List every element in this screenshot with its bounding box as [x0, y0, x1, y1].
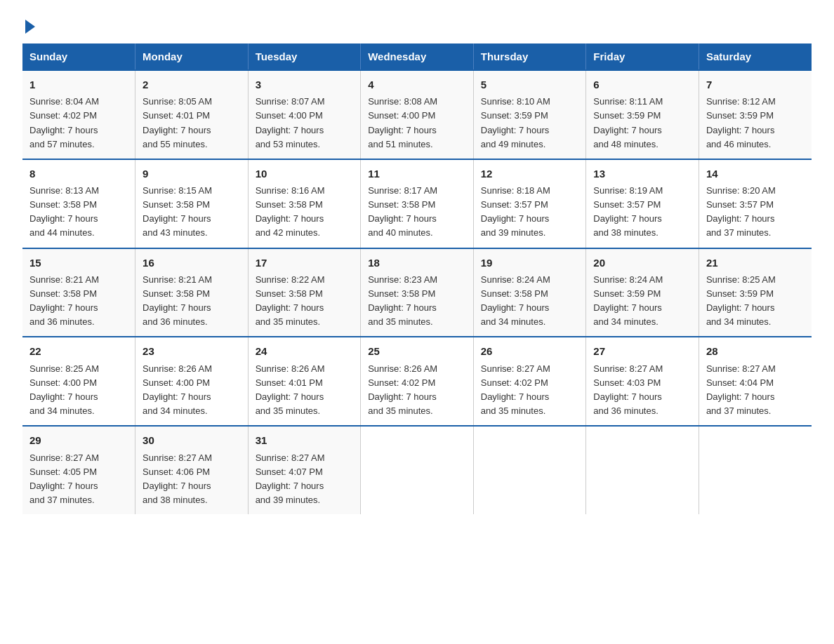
day-info: Sunrise: 8:13 AMSunset: 3:58 PMDaylight:… [29, 184, 128, 241]
day-info: Sunrise: 8:25 AMSunset: 3:59 PMDaylight:… [706, 273, 805, 330]
calendar-cell: 6Sunrise: 8:11 AMSunset: 3:59 PMDaylight… [586, 70, 699, 159]
day-number: 22 [29, 343, 128, 359]
day-info: Sunrise: 8:21 AMSunset: 3:58 PMDaylight:… [143, 273, 241, 330]
day-number: 9 [143, 166, 241, 182]
day-number: 20 [593, 255, 691, 271]
page-header [22, 17, 812, 31]
calendar-cell: 5Sunrise: 8:10 AMSunset: 3:59 PMDaylight… [473, 70, 586, 159]
weekday-header-wednesday: Wednesday [361, 43, 474, 70]
calendar-cell: 19Sunrise: 8:24 AMSunset: 3:58 PMDayligh… [473, 248, 586, 337]
day-number: 11 [368, 166, 466, 182]
calendar-cell: 14Sunrise: 8:20 AMSunset: 3:57 PMDayligh… [699, 159, 812, 248]
day-number: 28 [706, 343, 805, 359]
day-info: Sunrise: 8:26 AMSunset: 4:00 PMDaylight:… [143, 362, 241, 419]
calendar-cell: 22Sunrise: 8:25 AMSunset: 4:00 PMDayligh… [22, 337, 135, 426]
calendar-week-row: 8Sunrise: 8:13 AMSunset: 3:58 PMDaylight… [22, 159, 812, 248]
logo [22, 17, 35, 31]
calendar-cell: 24Sunrise: 8:26 AMSunset: 4:01 PMDayligh… [248, 337, 361, 426]
day-number: 18 [368, 255, 466, 271]
day-number: 10 [256, 166, 354, 182]
calendar-cell [361, 426, 474, 514]
calendar-cell: 2Sunrise: 8:05 AMSunset: 4:01 PMDaylight… [135, 70, 249, 159]
day-info: Sunrise: 8:27 AMSunset: 4:04 PMDaylight:… [706, 362, 805, 419]
day-info: Sunrise: 8:24 AMSunset: 3:59 PMDaylight:… [593, 273, 691, 330]
day-number: 25 [368, 343, 466, 359]
day-info: Sunrise: 8:19 AMSunset: 3:57 PMDaylight:… [593, 184, 691, 241]
calendar-cell: 4Sunrise: 8:08 AMSunset: 4:00 PMDaylight… [361, 70, 474, 159]
day-info: Sunrise: 8:26 AMSunset: 4:02 PMDaylight:… [368, 362, 466, 419]
calendar-cell: 18Sunrise: 8:23 AMSunset: 3:58 PMDayligh… [361, 248, 474, 337]
day-number: 30 [143, 432, 241, 448]
calendar-cell: 10Sunrise: 8:16 AMSunset: 3:58 PMDayligh… [248, 159, 361, 248]
calendar-cell [586, 426, 699, 514]
day-info: Sunrise: 8:20 AMSunset: 3:57 PMDaylight:… [706, 184, 805, 241]
calendar-cell: 21Sunrise: 8:25 AMSunset: 3:59 PMDayligh… [699, 248, 812, 337]
day-info: Sunrise: 8:15 AMSunset: 3:58 PMDaylight:… [143, 184, 241, 241]
calendar-cell: 16Sunrise: 8:21 AMSunset: 3:58 PMDayligh… [135, 248, 249, 337]
day-number: 12 [481, 166, 579, 182]
day-number: 19 [481, 255, 579, 271]
day-number: 3 [256, 76, 354, 93]
day-number: 26 [481, 343, 579, 359]
day-info: Sunrise: 8:16 AMSunset: 3:58 PMDaylight:… [256, 184, 354, 241]
calendar-cell: 13Sunrise: 8:19 AMSunset: 3:57 PMDayligh… [586, 159, 699, 248]
calendar-week-row: 1Sunrise: 8:04 AMSunset: 4:02 PMDaylight… [22, 70, 812, 159]
calendar-week-row: 22Sunrise: 8:25 AMSunset: 4:00 PMDayligh… [22, 337, 812, 426]
calendar-table: SundayMondayTuesdayWednesdayThursdayFrid… [22, 43, 812, 514]
day-number: 15 [29, 255, 128, 271]
day-info: Sunrise: 8:17 AMSunset: 3:58 PMDaylight:… [368, 184, 466, 241]
day-number: 2 [143, 76, 241, 93]
day-info: Sunrise: 8:23 AMSunset: 3:58 PMDaylight:… [368, 273, 466, 330]
day-info: Sunrise: 8:22 AMSunset: 3:58 PMDaylight:… [256, 273, 354, 330]
day-number: 31 [256, 432, 354, 448]
day-number: 21 [706, 255, 805, 271]
calendar-cell: 12Sunrise: 8:18 AMSunset: 3:57 PMDayligh… [473, 159, 586, 248]
day-number: 24 [256, 343, 354, 359]
day-info: Sunrise: 8:08 AMSunset: 4:00 PMDaylight:… [368, 95, 466, 152]
day-number: 6 [593, 76, 691, 93]
day-number: 7 [706, 76, 805, 93]
day-info: Sunrise: 8:18 AMSunset: 3:57 PMDaylight:… [481, 184, 579, 241]
calendar-cell: 17Sunrise: 8:22 AMSunset: 3:58 PMDayligh… [248, 248, 361, 337]
day-info: Sunrise: 8:27 AMSunset: 4:05 PMDaylight:… [29, 451, 128, 508]
weekday-header-monday: Monday [135, 43, 249, 70]
day-info: Sunrise: 8:07 AMSunset: 4:00 PMDaylight:… [256, 95, 354, 152]
weekday-header-saturday: Saturday [699, 43, 812, 70]
day-number: 29 [29, 432, 128, 448]
calendar-cell: 20Sunrise: 8:24 AMSunset: 3:59 PMDayligh… [586, 248, 699, 337]
day-info: Sunrise: 8:04 AMSunset: 4:02 PMDaylight:… [29, 95, 128, 152]
day-info: Sunrise: 8:27 AMSunset: 4:02 PMDaylight:… [481, 362, 579, 419]
day-info: Sunrise: 8:11 AMSunset: 3:59 PMDaylight:… [593, 95, 691, 152]
day-number: 23 [143, 343, 241, 359]
day-number: 17 [256, 255, 354, 271]
day-info: Sunrise: 8:12 AMSunset: 3:59 PMDaylight:… [706, 95, 805, 152]
day-number: 16 [143, 255, 241, 271]
calendar-cell: 3Sunrise: 8:07 AMSunset: 4:00 PMDaylight… [248, 70, 361, 159]
calendar-cell: 30Sunrise: 8:27 AMSunset: 4:06 PMDayligh… [135, 426, 249, 514]
day-info: Sunrise: 8:27 AMSunset: 4:07 PMDaylight:… [256, 451, 354, 508]
day-info: Sunrise: 8:24 AMSunset: 3:58 PMDaylight:… [481, 273, 579, 330]
day-info: Sunrise: 8:05 AMSunset: 4:01 PMDaylight:… [143, 95, 241, 152]
weekday-header-tuesday: Tuesday [248, 43, 361, 70]
calendar-cell: 11Sunrise: 8:17 AMSunset: 3:58 PMDayligh… [361, 159, 474, 248]
day-info: Sunrise: 8:27 AMSunset: 4:06 PMDaylight:… [143, 451, 241, 508]
calendar-cell: 8Sunrise: 8:13 AMSunset: 3:58 PMDaylight… [22, 159, 135, 248]
day-info: Sunrise: 8:21 AMSunset: 3:58 PMDaylight:… [29, 273, 128, 330]
day-number: 14 [706, 166, 805, 182]
calendar-cell: 23Sunrise: 8:26 AMSunset: 4:00 PMDayligh… [135, 337, 249, 426]
day-number: 8 [29, 166, 128, 182]
calendar-cell: 27Sunrise: 8:27 AMSunset: 4:03 PMDayligh… [586, 337, 699, 426]
day-number: 13 [593, 166, 691, 182]
day-info: Sunrise: 8:25 AMSunset: 4:00 PMDaylight:… [29, 362, 128, 419]
day-info: Sunrise: 8:27 AMSunset: 4:03 PMDaylight:… [593, 362, 691, 419]
calendar-week-row: 29Sunrise: 8:27 AMSunset: 4:05 PMDayligh… [22, 426, 812, 514]
calendar-cell: 1Sunrise: 8:04 AMSunset: 4:02 PMDaylight… [22, 70, 135, 159]
calendar-cell [473, 426, 586, 514]
weekday-header-friday: Friday [586, 43, 699, 70]
calendar-week-row: 15Sunrise: 8:21 AMSunset: 3:58 PMDayligh… [22, 248, 812, 337]
logo-arrow-icon [25, 20, 35, 34]
day-info: Sunrise: 8:26 AMSunset: 4:01 PMDaylight:… [256, 362, 354, 419]
day-number: 1 [29, 76, 128, 93]
calendar-cell: 31Sunrise: 8:27 AMSunset: 4:07 PMDayligh… [248, 426, 361, 514]
calendar-cell [699, 426, 812, 514]
